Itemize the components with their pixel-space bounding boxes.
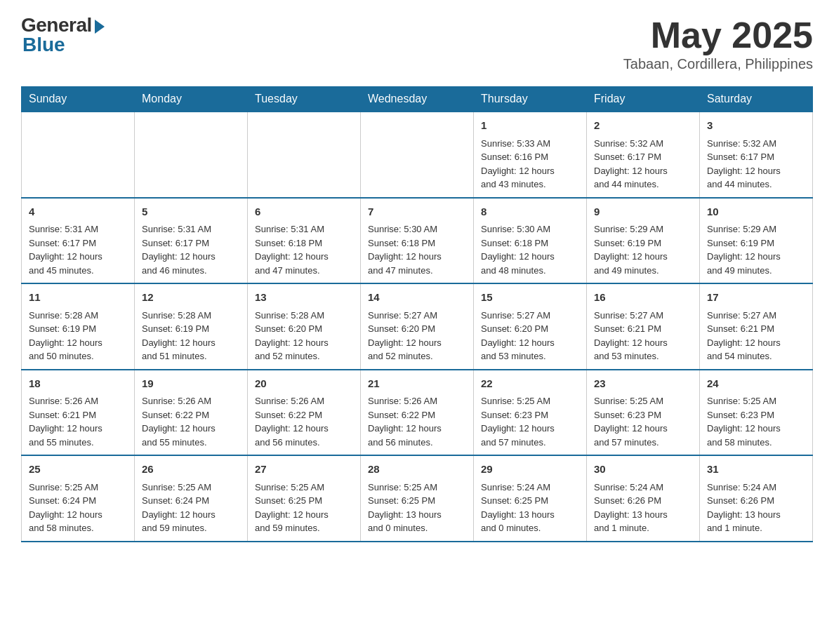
day-info: Sunrise: 5:29 AM Sunset: 6:19 PM Dayligh… (707, 222, 805, 277)
calendar-cell: 4Sunrise: 5:31 AM Sunset: 6:17 PM Daylig… (22, 198, 135, 284)
day-info: Sunrise: 5:26 AM Sunset: 6:22 PM Dayligh… (368, 394, 466, 449)
page-header: General Blue May 2025 Tabaan, Cordillera… (21, 14, 813, 72)
day-number: 17 (707, 290, 805, 306)
day-header-saturday: Saturday (700, 87, 813, 112)
calendar-cell: 15Sunrise: 5:27 AM Sunset: 6:20 PM Dayli… (474, 283, 587, 370)
day-info: Sunrise: 5:28 AM Sunset: 6:20 PM Dayligh… (255, 309, 353, 363)
day-info: Sunrise: 5:25 AM Sunset: 6:25 PM Dayligh… (255, 481, 353, 535)
calendar-cell: 9Sunrise: 5:29 AM Sunset: 6:19 PM Daylig… (587, 198, 700, 284)
day-info: Sunrise: 5:25 AM Sunset: 6:24 PM Dayligh… (142, 481, 240, 535)
day-number: 28 (368, 462, 466, 478)
calendar-cell: 24Sunrise: 5:25 AM Sunset: 6:23 PM Dayli… (700, 370, 813, 456)
calendar-cell: 11Sunrise: 5:28 AM Sunset: 6:19 PM Dayli… (22, 283, 135, 370)
logo-arrow-icon (95, 20, 105, 34)
day-number: 1 (481, 118, 579, 134)
day-number: 2 (594, 118, 692, 134)
day-number: 10 (707, 204, 805, 220)
calendar-cell: 14Sunrise: 5:27 AM Sunset: 6:20 PM Dayli… (361, 283, 474, 370)
calendar-cell: 3Sunrise: 5:32 AM Sunset: 6:17 PM Daylig… (700, 112, 813, 198)
calendar-cell: 8Sunrise: 5:30 AM Sunset: 6:18 PM Daylig… (474, 198, 587, 284)
day-info: Sunrise: 5:32 AM Sunset: 6:17 PM Dayligh… (594, 137, 692, 192)
month-title: May 2025 (623, 14, 813, 56)
day-number: 30 (594, 462, 692, 478)
day-number: 29 (481, 462, 579, 478)
day-number: 14 (368, 290, 466, 306)
week-row-5: 25Sunrise: 5:25 AM Sunset: 6:24 PM Dayli… (22, 455, 813, 542)
calendar-cell: 29Sunrise: 5:24 AM Sunset: 6:25 PM Dayli… (474, 455, 587, 542)
calendar-cell: 21Sunrise: 5:26 AM Sunset: 6:22 PM Dayli… (361, 370, 474, 456)
day-info: Sunrise: 5:27 AM Sunset: 6:21 PM Dayligh… (707, 309, 805, 363)
day-number: 21 (368, 376, 466, 392)
day-info: Sunrise: 5:29 AM Sunset: 6:19 PM Dayligh… (594, 222, 692, 277)
week-row-1: 1Sunrise: 5:33 AM Sunset: 6:16 PM Daylig… (22, 112, 813, 198)
calendar-cell: 26Sunrise: 5:25 AM Sunset: 6:24 PM Dayli… (135, 455, 248, 542)
calendar-cell: 2Sunrise: 5:32 AM Sunset: 6:17 PM Daylig… (587, 112, 700, 198)
day-info: Sunrise: 5:24 AM Sunset: 6:26 PM Dayligh… (707, 481, 805, 535)
day-header-tuesday: Tuesday (248, 87, 361, 112)
day-number: 8 (481, 204, 579, 220)
day-header-sunday: Sunday (22, 87, 135, 112)
calendar-header-row: SundayMondayTuesdayWednesdayThursdayFrid… (22, 87, 813, 112)
day-number: 5 (142, 204, 240, 220)
calendar-cell (248, 112, 361, 198)
calendar-cell: 16Sunrise: 5:27 AM Sunset: 6:21 PM Dayli… (587, 283, 700, 370)
logo: General Blue (21, 14, 105, 56)
week-row-4: 18Sunrise: 5:26 AM Sunset: 6:21 PM Dayli… (22, 370, 813, 456)
day-info: Sunrise: 5:27 AM Sunset: 6:20 PM Dayligh… (481, 309, 579, 363)
day-number: 22 (481, 376, 579, 392)
day-header-thursday: Thursday (474, 87, 587, 112)
day-info: Sunrise: 5:26 AM Sunset: 6:22 PM Dayligh… (255, 394, 353, 449)
calendar-cell: 18Sunrise: 5:26 AM Sunset: 6:21 PM Dayli… (22, 370, 135, 456)
day-header-wednesday: Wednesday (361, 87, 474, 112)
day-info: Sunrise: 5:27 AM Sunset: 6:20 PM Dayligh… (368, 309, 466, 363)
day-number: 13 (255, 290, 353, 306)
calendar-cell: 17Sunrise: 5:27 AM Sunset: 6:21 PM Dayli… (700, 283, 813, 370)
day-number: 18 (29, 376, 127, 392)
day-info: Sunrise: 5:25 AM Sunset: 6:23 PM Dayligh… (481, 394, 579, 449)
calendar-cell (361, 112, 474, 198)
day-number: 25 (29, 462, 127, 478)
day-info: Sunrise: 5:32 AM Sunset: 6:17 PM Dayligh… (707, 137, 805, 192)
calendar-cell: 20Sunrise: 5:26 AM Sunset: 6:22 PM Dayli… (248, 370, 361, 456)
location-subtitle: Tabaan, Cordillera, Philippines (623, 56, 813, 72)
day-number: 3 (707, 118, 805, 134)
calendar-cell: 28Sunrise: 5:25 AM Sunset: 6:25 PM Dayli… (361, 455, 474, 542)
calendar-cell: 10Sunrise: 5:29 AM Sunset: 6:19 PM Dayli… (700, 198, 813, 284)
day-info: Sunrise: 5:27 AM Sunset: 6:21 PM Dayligh… (594, 309, 692, 363)
day-info: Sunrise: 5:26 AM Sunset: 6:22 PM Dayligh… (142, 394, 240, 449)
day-number: 26 (142, 462, 240, 478)
day-info: Sunrise: 5:30 AM Sunset: 6:18 PM Dayligh… (481, 222, 579, 277)
calendar-cell: 6Sunrise: 5:31 AM Sunset: 6:18 PM Daylig… (248, 198, 361, 284)
day-info: Sunrise: 5:31 AM Sunset: 6:17 PM Dayligh… (142, 222, 240, 277)
calendar-cell: 22Sunrise: 5:25 AM Sunset: 6:23 PM Dayli… (474, 370, 587, 456)
day-info: Sunrise: 5:28 AM Sunset: 6:19 PM Dayligh… (142, 309, 240, 363)
calendar-cell: 12Sunrise: 5:28 AM Sunset: 6:19 PM Dayli… (135, 283, 248, 370)
day-number: 7 (368, 204, 466, 220)
day-info: Sunrise: 5:24 AM Sunset: 6:26 PM Dayligh… (594, 481, 692, 535)
day-number: 15 (481, 290, 579, 306)
calendar-cell: 30Sunrise: 5:24 AM Sunset: 6:26 PM Dayli… (587, 455, 700, 542)
day-number: 19 (142, 376, 240, 392)
day-info: Sunrise: 5:26 AM Sunset: 6:21 PM Dayligh… (29, 394, 127, 449)
calendar-table: SundayMondayTuesdayWednesdayThursdayFrid… (21, 86, 813, 542)
day-number: 27 (255, 462, 353, 478)
calendar-cell: 19Sunrise: 5:26 AM Sunset: 6:22 PM Dayli… (135, 370, 248, 456)
day-number: 6 (255, 204, 353, 220)
calendar-cell: 5Sunrise: 5:31 AM Sunset: 6:17 PM Daylig… (135, 198, 248, 284)
day-number: 11 (29, 290, 127, 306)
day-number: 24 (707, 376, 805, 392)
day-number: 12 (142, 290, 240, 306)
day-info: Sunrise: 5:28 AM Sunset: 6:19 PM Dayligh… (29, 309, 127, 363)
day-info: Sunrise: 5:30 AM Sunset: 6:18 PM Dayligh… (368, 222, 466, 277)
calendar-cell: 31Sunrise: 5:24 AM Sunset: 6:26 PM Dayli… (700, 455, 813, 542)
day-info: Sunrise: 5:25 AM Sunset: 6:24 PM Dayligh… (29, 481, 127, 535)
day-info: Sunrise: 5:24 AM Sunset: 6:25 PM Dayligh… (481, 481, 579, 535)
day-info: Sunrise: 5:25 AM Sunset: 6:23 PM Dayligh… (594, 394, 692, 449)
calendar-cell (22, 112, 135, 198)
calendar-cell (135, 112, 248, 198)
calendar-cell: 23Sunrise: 5:25 AM Sunset: 6:23 PM Dayli… (587, 370, 700, 456)
calendar-cell: 25Sunrise: 5:25 AM Sunset: 6:24 PM Dayli… (22, 455, 135, 542)
day-number: 9 (594, 204, 692, 220)
day-number: 4 (29, 204, 127, 220)
calendar-cell: 7Sunrise: 5:30 AM Sunset: 6:18 PM Daylig… (361, 198, 474, 284)
